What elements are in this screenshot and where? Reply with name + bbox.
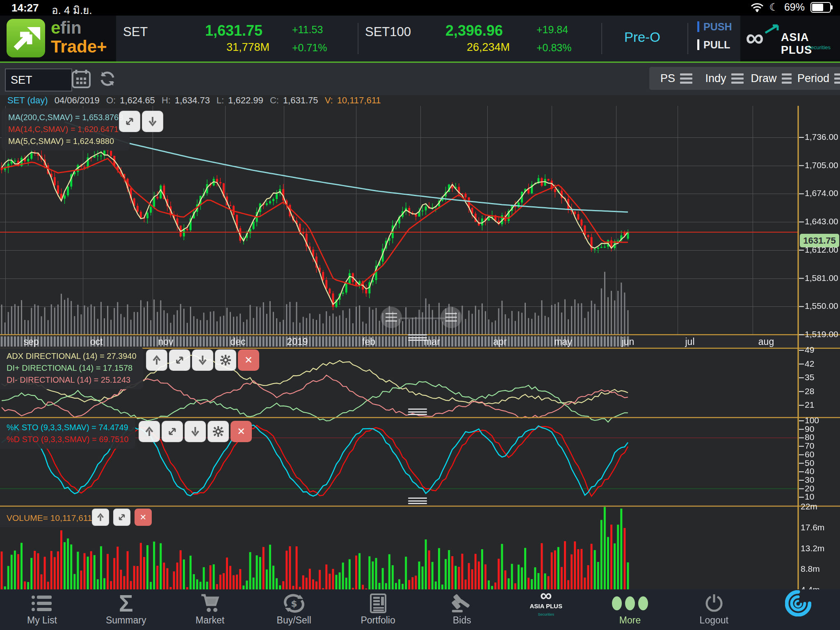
efin-logo-icon[interactable] [7, 19, 45, 57]
set-value: 1,631.75 [205, 22, 262, 39]
x-axis-month-label: aug [758, 336, 774, 347]
ma-expand-button[interactable] [119, 111, 140, 132]
adx-expand-button[interactable] [169, 349, 190, 371]
pan-slider-track[interactable] [400, 317, 446, 319]
nav-market[interactable]: Market [168, 589, 252, 630]
brand-trade-plus: Trade+ [51, 37, 107, 57]
set-change-pct: +0.71% [292, 42, 327, 54]
sto-expand-button[interactable] [162, 421, 183, 442]
clock: 14:27 [11, 2, 39, 14]
refresh-icon[interactable] [98, 69, 117, 88]
wifi-icon [751, 2, 764, 12]
pan-handle-right[interactable] [441, 307, 462, 328]
y-axis-label: 1,550.00 [805, 301, 838, 311]
nav-logout[interactable]: Logout [672, 589, 756, 630]
sto-legend: %K STO (9,3,3,SMAV) = 74.4749 %D STO (9,… [0, 418, 135, 449]
nav-my-list[interactable]: My List [0, 589, 84, 630]
power-icon [705, 593, 724, 614]
adx-down-button[interactable] [192, 349, 213, 371]
panel-resize-handle[interactable] [408, 409, 427, 415]
panel-resize-handle[interactable] [408, 498, 427, 504]
volume-close-button[interactable]: ✕ [135, 509, 152, 526]
y-axis-label: 1,705.00 [805, 160, 838, 170]
adx-up-button[interactable] [146, 349, 167, 371]
nav-summary[interactable]: Σ Summary [84, 589, 168, 630]
sigma-icon: Σ [119, 593, 133, 614]
y-axis-label: 28 [805, 386, 814, 396]
y-axis-label: 1,674.00 [805, 188, 838, 198]
nav-buy-sell[interactable]: $ Buy/Sell [252, 589, 336, 630]
report-icon [370, 593, 386, 614]
set100-label: SET100 [365, 25, 411, 39]
set-label: SET [123, 25, 148, 39]
divider [687, 23, 688, 54]
battery-icon [810, 2, 831, 13]
high-value: 1,634.73 [175, 95, 210, 105]
menu-icon [680, 71, 692, 86]
nav-efin-spinner[interactable] [756, 589, 840, 630]
nav-asia-plus[interactable]: ∞ASIA PLUSSecurities [504, 589, 588, 630]
volume-expand-button[interactable] [113, 509, 130, 526]
menu-icon [834, 71, 840, 86]
open-value: 1,624.65 [120, 95, 155, 105]
y-axis-label: 1,519.00 [805, 329, 838, 339]
x-axis-month-label: sep [23, 336, 39, 347]
ps-button[interactable]: PS [649, 67, 703, 90]
nav-more[interactable]: More [588, 589, 672, 630]
push-button[interactable]: PUSH [697, 21, 732, 32]
ma-collapse-button[interactable] [142, 111, 163, 132]
volume-value: 10,117,611 [337, 95, 381, 105]
volume-up-button[interactable] [92, 509, 109, 526]
indy-button[interactable]: Indy [697, 67, 751, 90]
symbol-input[interactable] [5, 68, 72, 91]
divider [601, 23, 602, 54]
x-axis-month-label: oct [90, 336, 103, 347]
adx-close-button[interactable]: ✕ [238, 349, 259, 371]
pan-handle-left[interactable] [381, 307, 402, 328]
set100-volume: 26,234M [467, 41, 510, 54]
ohlc-info-line: SET (day) 04/06/2019 O:1,624.65 H:1,634.… [0, 95, 840, 106]
chart-stack: MA(200,C,SMAV) = 1,653.8768 MA(14,C,SMAV… [0, 106, 840, 589]
divider [358, 23, 358, 54]
y-axis-label: 1,581.00 [805, 273, 838, 283]
close-value: 1,631.75 [283, 95, 318, 105]
x-axis-month-label: apr [493, 336, 507, 347]
y-axis-label: 1,612.00 [805, 245, 838, 255]
pull-button[interactable]: PULL [697, 39, 730, 50]
header: efin Trade+ SET 1,631.75 31,778M +11.53 … [0, 16, 840, 62]
low-value: 1,622.99 [228, 95, 263, 105]
cart-icon [200, 593, 220, 614]
volume-legend: VOLUME= 10,117,611 [0, 509, 99, 527]
session-status: Pre-O [624, 30, 660, 45]
dollar-arrows-icon: $ [283, 593, 305, 614]
x-axis-month-label: nov [158, 336, 173, 347]
broker-sub: Securities [807, 44, 831, 50]
more-dots-icon [612, 593, 648, 614]
adx-legend: ADX DIRECTIONAL (14) = 27.3940 DI+ DIREC… [0, 347, 143, 389]
nav-bids[interactable]: Bids [420, 589, 504, 630]
period-button[interactable]: Period [792, 67, 840, 90]
gavel-icon [451, 593, 472, 614]
sto-down-button[interactable] [185, 421, 206, 442]
y-axis-label: 22m [801, 502, 817, 511]
set100-value: 2,396.96 [445, 22, 503, 39]
nav-portfolio[interactable]: Portfolio [336, 589, 420, 630]
adx-settings-button[interactable] [215, 349, 236, 371]
y-axis-label: 1,736.00 [805, 132, 838, 142]
y-axis-label: 21 [805, 400, 814, 410]
calendar-icon[interactable] [71, 68, 91, 89]
set100-change-pct: +0.83% [536, 42, 572, 54]
asia-plus-nav-icon: ∞ASIA PLUSSecurities [530, 593, 562, 614]
sto-up-button[interactable] [139, 421, 160, 442]
svg-text:$: $ [291, 598, 297, 609]
set100-change: +19.84 [536, 24, 568, 36]
y-axis-label: 10 [805, 492, 814, 502]
x-axis-month-label: dec [230, 336, 245, 347]
spiral-icon [785, 593, 811, 614]
x-axis-month-label: jul [685, 336, 694, 347]
status-bar: 14:27 อ. 4 มิ.ย. ☾ 69% [0, 0, 840, 16]
sto-settings-button[interactable] [208, 421, 229, 442]
x-axis-month-label: mar [424, 336, 440, 347]
sto-close-button[interactable]: ✕ [231, 421, 252, 442]
battery-percent: 69% [784, 1, 805, 13]
